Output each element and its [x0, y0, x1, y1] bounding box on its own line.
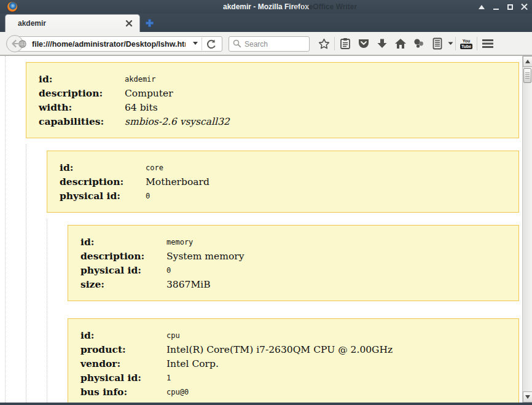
attribute-value: memory: [166, 238, 193, 246]
toolbar-separator: [477, 37, 477, 50]
window-controls: [477, 0, 528, 14]
scroll-up-button[interactable]: [523, 56, 532, 67]
maximize-icon: [507, 4, 513, 10]
home-icon: [394, 38, 407, 49]
hardware-attribute-row: id:core: [60, 160, 509, 175]
attribute-label: physical id:: [80, 372, 166, 383]
attribute-label: description:: [60, 176, 146, 187]
pocket-button[interactable]: [354, 34, 373, 53]
hardware-attribute-row: description:Computer: [39, 86, 509, 100]
toolbar-separator: [455, 37, 456, 50]
new-tab-button[interactable]: [145, 18, 154, 28]
bookmarks-menu-button[interactable]: [336, 34, 354, 53]
url-input[interactable]: [32, 37, 186, 51]
attribute-label: product:: [80, 344, 166, 355]
hardware-attribute-row: id:cpu: [80, 328, 509, 342]
attribute-label: id:: [60, 162, 146, 173]
grip-line: [525, 78, 530, 79]
window-raise-button[interactable]: [477, 2, 486, 11]
toolbar-separator: [334, 37, 335, 50]
scroll-down-button[interactable]: [523, 391, 532, 403]
lshw-report: id:akdemirdescription:Computerwidth:64 b…: [0, 56, 522, 403]
tab-bar: akdemir: [0, 14, 532, 32]
hardware-attribute-row: bus info:cpu@0: [80, 385, 509, 399]
reading-list-icon: [432, 37, 442, 50]
minimize-button[interactable]: [491, 2, 500, 11]
attribute-label: id:: [39, 73, 125, 85]
attribute-label: description:: [39, 87, 125, 99]
pocket-icon: [358, 38, 370, 49]
hardware-attribute-row: description:System memory: [80, 249, 509, 263]
close-window-button[interactable]: [520, 2, 528, 11]
hardware-attribute-row: size:3867MiB: [80, 277, 509, 291]
attribute-label: width:: [39, 101, 125, 113]
attribute-label: physical id:: [60, 190, 146, 202]
hardware-attribute-row: physical id:0: [60, 189, 509, 203]
reading-list-dropdown[interactable]: [447, 34, 454, 53]
attribute-label: bus info:: [80, 386, 166, 398]
window-bottom-border: [0, 403, 532, 405]
download-arrow-icon: [377, 38, 388, 50]
grip-line: [525, 73, 530, 73]
attribute-value: cpu@0: [166, 388, 189, 396]
reload-button[interactable]: [205, 38, 217, 50]
youtube-button[interactable]: You Tube: [457, 34, 475, 53]
background-window-title: LibreOffice Writer: [295, 0, 357, 14]
indent-level-3: id:memorydescription:System memoryphysic…: [47, 219, 522, 403]
attribute-value: smbios-2.6 vsyscall32: [125, 116, 230, 127]
downloads-button[interactable]: [373, 34, 391, 53]
star-icon: [318, 38, 330, 50]
close-icon: [125, 19, 133, 28]
vertical-scrollbar-track[interactable]: [522, 55, 532, 403]
hardware-node-cpu: id:cpuproduct:Intel(R) Core(TM) i7-2630Q…: [68, 318, 519, 403]
hardware-attribute-row: product:Intel(R) Core(TM) i7-2630QM CPU …: [80, 342, 509, 356]
attribute-value: core: [146, 163, 163, 172]
attribute-value: Intel(R) Core(TM) i7-2630QM CPU @ 2.00GH…: [166, 344, 393, 355]
browser-viewport: id:akdemirdescription:Computerwidth:64 b…: [0, 55, 522, 403]
search-icon: [233, 39, 241, 48]
hardware-node-core: id:coredescription:Motherboardphysical i…: [47, 151, 519, 213]
maximize-button[interactable]: [506, 2, 514, 11]
hardware-attribute-row: physical id:0: [80, 263, 509, 277]
bookmark-star-button[interactable]: [315, 34, 333, 53]
firefox-window: akdemir - Mozilla Firefox LibreOffice Wr…: [0, 0, 532, 405]
search-input[interactable]: [244, 37, 306, 51]
tab-akdemir[interactable]: akdemir: [5, 14, 140, 32]
attribute-label: id:: [80, 236, 166, 248]
url-dropdown-button[interactable]: [193, 42, 198, 45]
share-button[interactable]: [410, 34, 428, 53]
hardware-attribute-row: vendor:Intel Corp.: [80, 356, 509, 371]
hardware-attribute-row: id:memory: [80, 235, 509, 249]
close-icon: [521, 4, 528, 10]
attribute-value: 3867MiB: [166, 279, 211, 290]
attribute-label: description:: [80, 250, 166, 262]
youtube-icon: You Tube: [460, 39, 472, 49]
attribute-value: cpu: [166, 331, 180, 340]
tab-label: akdemir: [18, 15, 46, 33]
attribute-label: id:: [80, 329, 166, 341]
attribute-value: Intel Corp.: [166, 358, 219, 369]
hardware-attribute-row: id:akdemir: [39, 72, 509, 86]
attribute-value: System memory: [166, 251, 244, 262]
clipboard-icon: [340, 37, 351, 50]
share-bubbles-icon: [413, 38, 425, 49]
site-identity-globe-icon[interactable]: [18, 40, 26, 48]
grip-line: [525, 74, 530, 75]
attribute-label: size:: [80, 278, 166, 290]
scrollbar-thumb[interactable]: [523, 68, 531, 83]
urlbar-separator: [201, 37, 202, 50]
attribute-label: capabilities:: [39, 116, 125, 127]
reload-icon: [205, 38, 217, 50]
indent-level-1: id:akdemirdescription:Computerwidth:64 b…: [5, 56, 522, 403]
hamburger-icon: [482, 39, 494, 49]
home-button[interactable]: [391, 34, 410, 53]
attribute-label: physical id:: [80, 264, 166, 276]
reading-list-button[interactable]: [428, 34, 447, 53]
title-bar: akdemir - Mozilla Firefox LibreOffice Wr…: [0, 0, 532, 14]
hardware-attribute-row: physical id:1: [80, 371, 509, 385]
attribute-value: Computer: [125, 88, 173, 99]
attribute-label: vendor:: [80, 358, 166, 369]
toolbar-buttons: You Tube: [315, 32, 497, 55]
menu-button[interactable]: [479, 34, 497, 53]
tab-close-button[interactable]: [125, 19, 133, 28]
